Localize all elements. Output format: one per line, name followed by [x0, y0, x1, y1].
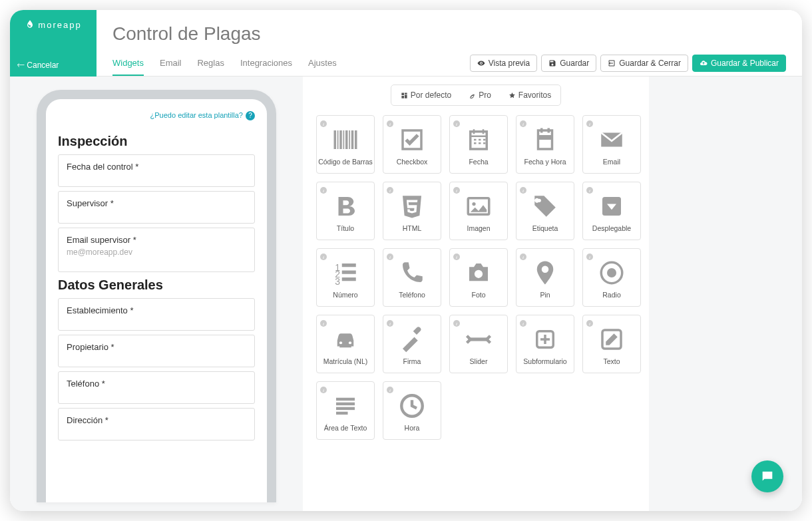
- widget-date[interactable]: iFecha: [449, 115, 508, 174]
- info-icon[interactable]: i: [386, 252, 394, 260]
- info-icon[interactable]: i: [519, 318, 527, 326]
- widget-label: Matrícula (NL): [323, 357, 368, 365]
- field-label: Establecimiento *: [67, 305, 246, 315]
- widget-image[interactable]: iImagen: [449, 182, 508, 240]
- form-field[interactable]: Establecimiento *: [58, 298, 255, 331]
- filter-default[interactable]: Por defecto: [394, 88, 458, 102]
- phone-icon: [398, 259, 426, 287]
- logo-icon: [25, 19, 35, 30]
- preview-button[interactable]: Vista previa: [470, 55, 537, 72]
- form-field[interactable]: Teléfono *: [58, 371, 255, 404]
- widget-datetime[interactable]: iFecha y Hora: [516, 115, 574, 174]
- widget-subform[interactable]: iSubformulario: [516, 315, 574, 373]
- dashboard-icon: [401, 92, 408, 99]
- info-icon[interactable]: i: [586, 118, 594, 126]
- section-heading: Inspección: [58, 134, 255, 149]
- widget-label: Etiqueta: [532, 224, 558, 232]
- save-close-button[interactable]: Guardar & Cerrar: [600, 55, 688, 72]
- info-icon[interactable]: i: [586, 318, 594, 326]
- widget-textarea[interactable]: iÁrea de Texto: [316, 381, 375, 440]
- form-field[interactable]: Supervisor *: [58, 191, 255, 224]
- svg-point-46: [339, 341, 342, 344]
- form-field[interactable]: Fecha del control *: [58, 154, 255, 187]
- svg-text:i: i: [323, 188, 324, 194]
- info-icon[interactable]: i: [319, 318, 327, 326]
- svg-rect-63: [336, 412, 348, 415]
- info-icon[interactable]: i: [519, 118, 527, 126]
- svg-text:i: i: [456, 122, 457, 127]
- tab-ajustes[interactable]: Ajustes: [308, 58, 337, 76]
- html-icon: [398, 192, 426, 220]
- save-button[interactable]: Guardar: [541, 55, 596, 72]
- info-icon[interactable]: i: [319, 185, 327, 193]
- svg-point-21: [538, 199, 541, 202]
- date-icon: [465, 126, 493, 154]
- widget-plate[interactable]: iMatrícula (NL): [316, 315, 375, 373]
- logo[interactable]: moreapp: [25, 10, 81, 34]
- tab-integraciones[interactable]: Integraciones: [240, 58, 292, 76]
- widget-signature[interactable]: iFirma: [383, 315, 441, 373]
- cancel-link[interactable]: 🡐 Cancelar: [10, 55, 97, 77]
- field-label: Fecha del control *: [67, 162, 246, 172]
- time-icon: [398, 392, 426, 420]
- widget-photo[interactable]: iFoto: [449, 248, 508, 307]
- widget-title[interactable]: iTítulo: [316, 182, 375, 240]
- widget-label: Fecha y Hora: [524, 158, 566, 166]
- widget-time[interactable]: iHora: [383, 381, 441, 440]
- widget-checkbox[interactable]: iCheckbox: [383, 115, 441, 174]
- edit-template-hint[interactable]: ¿Puedo editar esta plantilla??: [58, 107, 255, 128]
- save-publish-button[interactable]: Guardar & Publicar: [692, 55, 786, 72]
- info-icon[interactable]: i: [519, 252, 527, 260]
- chat-button[interactable]: [751, 460, 783, 492]
- filter-pro[interactable]: Pro: [462, 88, 498, 102]
- widget-radio[interactable]: iRadio: [582, 248, 641, 307]
- tab-email[interactable]: Email: [160, 58, 182, 76]
- info-icon[interactable]: i: [386, 185, 394, 193]
- svg-text:i: i: [589, 188, 590, 194]
- widget-pin[interactable]: iPin: [516, 248, 574, 307]
- tab-widgets[interactable]: Widgets: [112, 58, 144, 76]
- email-icon: [598, 126, 626, 154]
- info-icon[interactable]: i: [319, 385, 327, 393]
- form-field[interactable]: Email supervisor *me@moreapp.dev: [58, 228, 255, 272]
- widget-label: Foto: [471, 291, 485, 299]
- widget-number[interactable]: i123Número: [316, 248, 375, 307]
- widget-tag[interactable]: iEtiqueta: [516, 182, 574, 240]
- section-heading: Datos Generales: [58, 277, 255, 293]
- svg-text:i: i: [456, 321, 457, 327]
- svg-rect-60: [336, 398, 355, 401]
- widget-label: Slider: [470, 357, 488, 365]
- info-icon[interactable]: i: [453, 185, 461, 193]
- widget-html[interactable]: iHTML: [383, 182, 441, 240]
- info-icon[interactable]: i: [453, 252, 461, 260]
- form-field[interactable]: Propietario *: [58, 335, 255, 367]
- widget-barcode[interactable]: iCódigo de Barras: [316, 115, 375, 174]
- help-icon: ?: [246, 111, 255, 120]
- info-icon[interactable]: i: [453, 318, 461, 326]
- info-icon[interactable]: i: [586, 252, 594, 260]
- info-icon[interactable]: i: [319, 252, 327, 260]
- form-field[interactable]: Dirección *: [58, 408, 255, 440]
- info-icon[interactable]: i: [386, 385, 394, 393]
- info-icon[interactable]: i: [519, 185, 527, 193]
- tab-reglas[interactable]: Reglas: [197, 58, 224, 76]
- info-icon[interactable]: i: [386, 118, 394, 126]
- info-icon[interactable]: i: [319, 118, 327, 126]
- title-icon: [331, 192, 359, 220]
- widget-label: Código de Barras: [318, 158, 373, 166]
- widget-dropdown[interactable]: iDesplegable: [582, 182, 641, 240]
- filter-favorites[interactable]: Favoritos: [502, 88, 558, 102]
- info-icon[interactable]: i: [453, 118, 461, 126]
- widget-phone[interactable]: iTeléfono: [383, 248, 441, 307]
- widget-text[interactable]: iTexto: [582, 315, 641, 373]
- info-icon[interactable]: i: [586, 185, 594, 193]
- number-icon: 123: [331, 259, 359, 287]
- widget-label: Texto: [603, 357, 620, 365]
- widget-email[interactable]: iEmail: [582, 115, 641, 174]
- cloud-icon: [700, 59, 708, 67]
- info-icon[interactable]: i: [386, 318, 394, 326]
- chat-icon: [760, 469, 775, 484]
- title-area: Control de Plagas Widgets Email Reglas I…: [97, 10, 802, 76]
- widget-slider[interactable]: iSlider: [449, 315, 508, 373]
- widget-label: Email: [603, 158, 620, 166]
